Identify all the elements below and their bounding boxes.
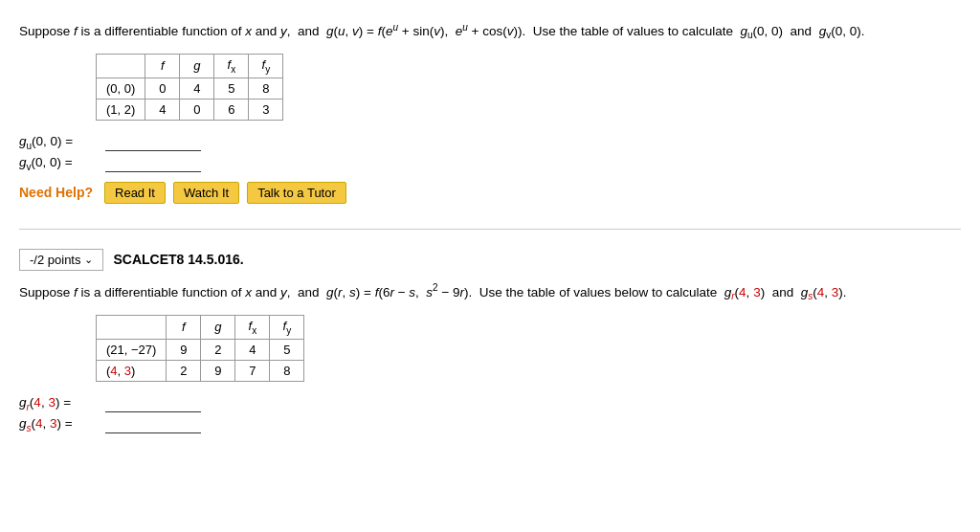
col-header-point — [97, 55, 145, 78]
col-header-f: f — [145, 55, 180, 78]
row-2-label: (1, 2) — [97, 99, 145, 120]
row-2-g: 0 — [180, 99, 214, 120]
problem-1-text: Suppose f is a differentiable function o… — [19, 19, 961, 42]
col-header-fy: fy — [270, 315, 304, 339]
row-2-fy: 8 — [270, 360, 304, 381]
answer-row-gs: gs(4, 3) = — [19, 416, 961, 433]
need-help-label: Need Help? — [19, 185, 93, 200]
points-row: -/2 points ⌄ SCALCET8 14.5.016. — [19, 249, 961, 271]
row-2-fx: 6 — [214, 99, 249, 120]
row-1-fy: 5 — [270, 339, 304, 360]
row-2-g: 9 — [201, 360, 235, 381]
row-2-f: 4 — [145, 99, 180, 120]
problem-2-table-container: f g fx fy (21, −27) 9 2 4 5 (4, 3) 2 9 — [96, 315, 961, 382]
problem-1-table-container: f g fx fy (0, 0) 0 4 5 8 (1, 2) 4 0 — [96, 54, 961, 121]
gv-input[interactable] — [105, 155, 201, 172]
col-header-f: f — [167, 315, 201, 339]
table-row: (21, −27) 9 2 4 5 — [97, 339, 304, 360]
table-row: (4, 3) 2 9 7 8 — [97, 360, 304, 381]
row-2-fy: 3 — [249, 99, 283, 120]
row-2-fx: 7 — [235, 360, 270, 381]
row-1-f: 0 — [145, 78, 180, 99]
gu-label: gu(0, 0) = — [19, 134, 105, 151]
col-header-point — [97, 315, 167, 339]
row-1-label: (0, 0) — [97, 78, 145, 99]
table-row: (1, 2) 4 0 6 3 — [97, 99, 283, 120]
section-divider — [19, 229, 961, 230]
col-header-fy: fy — [249, 55, 283, 78]
chevron-down-icon: ⌄ — [84, 254, 93, 266]
answer-row-gv: gv(0, 0) = — [19, 155, 961, 172]
problem-2-title: SCALCET8 14.5.016. — [113, 252, 243, 267]
gs-input[interactable] — [105, 416, 201, 433]
gu-input[interactable] — [105, 134, 201, 151]
answer-row-gu: gu(0, 0) = — [19, 134, 961, 151]
row-1-f: 9 — [167, 339, 201, 360]
gr-input[interactable] — [105, 395, 201, 412]
talk-to-tutor-button[interactable]: Talk to a Tutor — [247, 182, 346, 204]
gs-label: gs(4, 3) = — [19, 416, 105, 433]
row-2-label: (4, 3) — [97, 360, 167, 381]
row-2-f: 2 — [167, 360, 201, 381]
problem-1-table: f g fx fy (0, 0) 0 4 5 8 (1, 2) 4 0 — [96, 54, 283, 121]
points-text: -/2 points — [30, 253, 80, 267]
col-header-g: g — [180, 55, 214, 78]
problem-1-answers: gu(0, 0) = gv(0, 0) = — [19, 134, 961, 172]
problem-1-section: Suppose f is a differentiable function o… — [19, 10, 961, 219]
row-1-label: (21, −27) — [97, 339, 167, 360]
points-badge[interactable]: -/2 points ⌄ — [19, 249, 103, 271]
col-header-fx: fx — [214, 55, 249, 78]
watch-it-button[interactable]: Watch It — [173, 182, 239, 204]
gv-label: gv(0, 0) = — [19, 155, 105, 172]
read-it-button[interactable]: Read It — [104, 182, 166, 204]
problem-2-section: -/2 points ⌄ SCALCET8 14.5.016. Suppose … — [19, 239, 961, 453]
problem-2-text: Suppose f is a differentiable function o… — [19, 280, 961, 303]
need-help-row: Need Help? Read It Watch It Talk to a Tu… — [19, 182, 961, 204]
answer-row-gr: gr(4, 3) = — [19, 395, 961, 412]
table-row: (0, 0) 0 4 5 8 — [97, 78, 283, 99]
row-1-fy: 8 — [249, 78, 283, 99]
problem-2-answers: gr(4, 3) = gs(4, 3) = — [19, 395, 961, 433]
row-1-g: 4 — [180, 78, 214, 99]
row-1-fx: 4 — [235, 339, 270, 360]
col-header-fx: fx — [235, 315, 270, 339]
col-header-g: g — [201, 315, 235, 339]
problem-2-table: f g fx fy (21, −27) 9 2 4 5 (4, 3) 2 9 — [96, 315, 304, 382]
gr-label: gr(4, 3) = — [19, 395, 105, 412]
row-1-g: 2 — [201, 339, 235, 360]
row-1-fx: 5 — [214, 78, 249, 99]
